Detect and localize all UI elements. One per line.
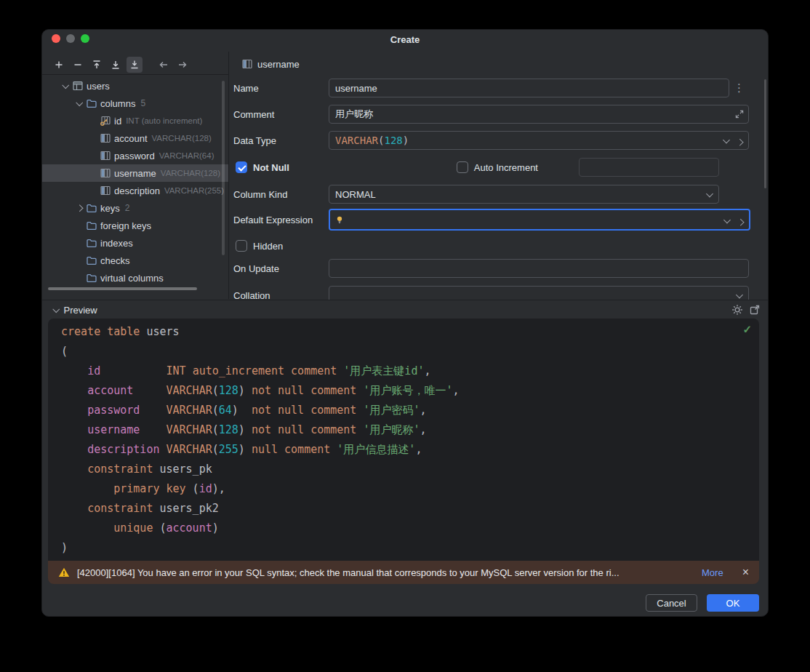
tree-vertical-scrollbar[interactable] <box>222 81 225 255</box>
tree-horizontal-scrollbar[interactable] <box>48 287 197 290</box>
auto-increment-checkbox[interactable] <box>457 161 468 173</box>
add-button[interactable] <box>51 57 67 73</box>
hidden-label: Hidden <box>253 241 283 252</box>
column-header-label: username <box>257 59 300 70</box>
tree-item-username[interactable]: usernameVARCHAR(128) <box>42 164 228 182</box>
column-kind-value: NORMAL <box>335 189 376 200</box>
code-line: ( <box>61 342 737 361</box>
tree-item-foreign-keys[interactable]: foreign keys <box>42 217 228 234</box>
not-null-checkbox[interactable] <box>236 161 247 173</box>
tree-item-label: users <box>87 81 110 92</box>
default-expression-field[interactable] <box>329 209 750 231</box>
tree-item-label: username <box>114 168 156 179</box>
tree-item-label: indexes <box>100 238 133 249</box>
expand-comment-icon[interactable] <box>733 108 746 121</box>
structure-panel: userscolumns5idINT (auto increment)accou… <box>42 52 228 299</box>
tree-item-count-badge: 2 <box>125 203 130 213</box>
tree-item-virtual-columns[interactable]: virtual columns <box>42 269 228 287</box>
form-vertical-scrollbar[interactable] <box>764 79 766 188</box>
remove-button[interactable] <box>70 57 86 73</box>
default-expression-input[interactable] <box>346 214 720 226</box>
tree-item-checks[interactable]: checks <box>42 252 228 269</box>
folder-icon <box>86 237 99 249</box>
warning-icon <box>58 567 70 578</box>
column-icon <box>241 58 253 70</box>
tree-item-label: account <box>114 133 148 144</box>
hidden-checkbox[interactable] <box>236 240 247 252</box>
scroll-to-selection-button[interactable] <box>127 57 143 73</box>
data-type-expand-icon[interactable] <box>733 135 746 148</box>
tree-item-label: virtual columns <box>100 273 164 284</box>
structure-toolbar <box>42 55 228 75</box>
default-expression-expand-icon[interactable] <box>734 215 747 228</box>
code-line: ) <box>61 538 737 558</box>
tree-item-label: description <box>114 185 160 196</box>
not-null-label: Not Null <box>253 162 289 173</box>
data-type-label: Data Type <box>233 135 329 146</box>
sql-preview-panel[interactable]: create table users( id INT auto_incremen… <box>48 319 759 561</box>
name-label: Name <box>233 83 329 94</box>
data-type-value: VARCHAR(128) <box>335 135 409 146</box>
tree-expand-chevron-icon[interactable] <box>76 204 82 211</box>
move-to-top-button[interactable] <box>89 57 105 73</box>
preview-settings-gear-icon[interactable] <box>731 304 743 316</box>
column-kind-select[interactable]: NORMAL <box>329 185 719 204</box>
collation-select[interactable] <box>329 286 749 300</box>
valid-check-icon: ✓ <box>742 323 752 336</box>
tree-item-users[interactable]: users <box>42 77 228 95</box>
tree-item-label: columns <box>100 98 135 109</box>
titlebar: Create <box>42 30 768 50</box>
tree-collapse-chevron-icon[interactable] <box>62 81 68 88</box>
tree-collapse-chevron-icon[interactable] <box>76 99 82 105</box>
ok-button[interactable]: OK <box>707 594 759 612</box>
folder-icon <box>86 220 99 231</box>
table-icon <box>72 80 85 92</box>
tree-item-account[interactable]: accountVARCHAR(128) <box>42 129 228 147</box>
code-line: primary key (id), <box>61 479 737 499</box>
on-update-input[interactable] <box>329 259 749 278</box>
auto-increment-input[interactable] <box>579 158 719 177</box>
preview-collapse-chevron-icon[interactable] <box>53 305 60 312</box>
tree-item-columns[interactable]: columns5 <box>42 95 228 112</box>
tree-item-id[interactable]: idINT (auto increment) <box>42 112 228 129</box>
move-to-bottom-button[interactable] <box>108 57 124 73</box>
preview-header: Preview <box>48 302 761 318</box>
tree-item-password[interactable]: passwordVARCHAR(64) <box>42 147 228 164</box>
forward-button[interactable] <box>175 57 191 73</box>
tree-item-indexes[interactable]: indexes <box>42 234 228 252</box>
column-icon <box>100 132 113 144</box>
tree-item-type-meta: VARCHAR(255) <box>164 186 224 195</box>
data-type-combo[interactable]: VARCHAR(128) <box>329 131 749 150</box>
create-dialog: Create userscolumns5idINT (auto incremen… <box>41 29 769 617</box>
tree-item-count-badge: 5 <box>140 98 145 108</box>
tree-item-keys[interactable]: keys2 <box>42 199 228 217</box>
column-icon <box>100 150 113 161</box>
intention-bulb-icon[interactable] <box>333 213 346 226</box>
back-button[interactable] <box>156 57 172 73</box>
column-icon <box>100 167 113 179</box>
column-kind-dropdown-icon[interactable] <box>702 188 715 201</box>
code-line: constraint users_pk <box>61 460 737 479</box>
auto-increment-label: Auto Increment <box>474 162 538 173</box>
code-line: constraint users_pk2 <box>61 499 737 519</box>
tree-item-label: keys <box>100 203 120 214</box>
data-type-dropdown-icon[interactable] <box>719 135 732 148</box>
column-kind-label: Column Kind <box>233 189 329 200</box>
code-line: username VARCHAR(128) not null comment '… <box>61 420 737 440</box>
tree-item-label: foreign keys <box>100 220 151 231</box>
code-line: create table users <box>61 322 737 342</box>
comment-input[interactable] <box>329 105 749 124</box>
open-in-window-icon[interactable] <box>749 304 761 316</box>
tree-item-description[interactable]: descriptionVARCHAR(255) <box>42 182 228 199</box>
error-close-icon[interactable]: × <box>742 567 749 578</box>
cancel-button[interactable]: Cancel <box>646 594 697 612</box>
name-options-button[interactable]: ⋮ <box>734 80 745 96</box>
collation-dropdown-icon[interactable] <box>732 289 745 300</box>
collation-label: Collation <box>233 290 329 300</box>
table-structure-tree: userscolumns5idINT (auto increment)accou… <box>42 77 228 288</box>
column-icon <box>100 185 113 196</box>
name-input[interactable] <box>329 79 729 97</box>
default-expression-dropdown-icon[interactable] <box>720 215 733 228</box>
tree-item-type-meta: VARCHAR(128) <box>152 134 212 143</box>
error-more-link[interactable]: More <box>702 567 723 578</box>
